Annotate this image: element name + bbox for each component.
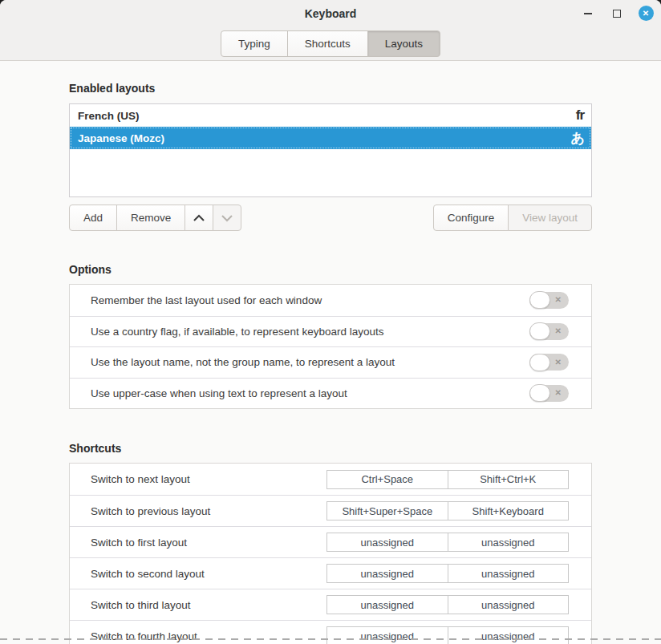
minimize-button[interactable] xyxy=(579,5,597,22)
option-label: Use the layout name, not the group name,… xyxy=(91,356,395,368)
titlebar[interactable]: Keyboard ✕ xyxy=(0,0,661,26)
view-layout-button[interactable]: View layout xyxy=(508,205,592,231)
keybinding-primary[interactable]: Shift+Super+Space xyxy=(327,502,448,520)
keybinding-secondary[interactable]: unassigned xyxy=(448,565,569,582)
toggle-knob xyxy=(529,291,550,309)
keybinding-primary[interactable]: unassigned xyxy=(327,596,448,614)
close-button[interactable]: ✕ xyxy=(637,5,655,22)
chevron-up-icon xyxy=(193,214,205,222)
tab-bar: Typing Shortcuts Layouts xyxy=(0,30,661,57)
enabled-layouts-heading: Enabled layouts xyxy=(69,82,592,95)
option-row: Use a country flag, if available, to rep… xyxy=(70,316,591,347)
overscroll-indicator xyxy=(0,638,661,640)
option-row: Use upper-case when using text to repres… xyxy=(70,378,591,409)
close-icon: ✕ xyxy=(639,6,654,21)
toggle-knob xyxy=(529,384,550,402)
maximize-button[interactable] xyxy=(608,5,626,22)
keybinding-secondary[interactable]: unassigned xyxy=(448,596,569,614)
shortcut-row: Switch to first layout unassigned unassi… xyxy=(70,526,591,557)
maximize-icon xyxy=(613,10,621,18)
layouts-toolbar: Add Remove Configure View layout xyxy=(69,205,592,231)
toggle-upper-case[interactable]: ✕ xyxy=(529,385,569,402)
option-label: Use a country flag, if available, to rep… xyxy=(91,326,383,338)
keybinding-pair: Shift+Super+Space Shift+Keyboard xyxy=(326,501,569,520)
keybinding-pair: unassigned unassigned xyxy=(326,533,569,552)
toggle-off-icon: ✕ xyxy=(555,358,562,367)
option-row: Use the layout name, not the group name,… xyxy=(70,346,591,378)
shortcut-row: Switch to next layout Ctrl+Space Shift+C… xyxy=(70,464,591,495)
list-edit-button-group: Add Remove xyxy=(69,205,241,231)
keybinding-primary[interactable]: unassigned xyxy=(327,627,448,644)
shortcut-row: Switch to fourth layout unassigned unass… xyxy=(70,620,591,644)
toggle-country-flag[interactable]: ✕ xyxy=(529,323,569,340)
remove-button[interactable]: Remove xyxy=(116,205,185,231)
shortcuts-heading: Shortcuts xyxy=(69,442,592,455)
tab-layouts[interactable]: Layouts xyxy=(367,30,440,57)
toggle-knob xyxy=(529,354,550,371)
keybinding-secondary[interactable]: Shift+Keyboard xyxy=(448,502,569,520)
option-row: Remember the last layout used for each w… xyxy=(70,285,591,316)
keybinding-primary[interactable]: unassigned xyxy=(327,565,448,582)
shortcut-label: Switch to next layout xyxy=(91,473,190,485)
move-down-button[interactable] xyxy=(213,205,241,231)
toggle-layout-name[interactable]: ✕ xyxy=(529,354,569,371)
keybinding-secondary[interactable]: Shift+Ctrl+K xyxy=(448,471,569,488)
layout-indicator-ja: あ xyxy=(571,129,584,148)
shortcut-label: Switch to second layout xyxy=(91,568,205,580)
window-controls: ✕ xyxy=(579,0,655,26)
configure-button[interactable]: Configure xyxy=(433,205,509,231)
layout-name: Japanese (Mozc) xyxy=(78,132,164,144)
toggle-knob xyxy=(529,322,550,340)
option-label: Use upper-case when using text to repres… xyxy=(91,387,347,399)
chevron-down-icon xyxy=(221,214,233,222)
tab-typing[interactable]: Typing xyxy=(221,30,288,57)
shortcut-row: Switch to previous layout Shift+Super+Sp… xyxy=(70,495,591,526)
tab-shortcuts[interactable]: Shortcuts xyxy=(287,30,368,57)
enabled-layouts-list[interactable]: French (US) fr Japanese (Mozc) あ xyxy=(69,103,592,197)
window-header: Keyboard ✕ Typing Shortcuts Layouts xyxy=(0,0,661,61)
keybinding-pair: Ctrl+Space Shift+Ctrl+K xyxy=(326,470,569,489)
layout-name: French (US) xyxy=(78,110,140,122)
layout-row-french[interactable]: French (US) fr xyxy=(70,104,591,127)
keybinding-secondary[interactable]: unassigned xyxy=(448,533,569,551)
options-card: Remember the last layout used for each w… xyxy=(69,284,592,409)
window-title: Keyboard xyxy=(0,0,661,26)
keybinding-primary[interactable]: unassigned xyxy=(327,533,448,551)
layout-row-japanese[interactable]: Japanese (Mozc) あ xyxy=(70,127,591,149)
shortcut-label: Switch to third layout xyxy=(91,599,191,611)
keybinding-secondary[interactable]: unassigned xyxy=(448,627,569,644)
toggle-off-icon: ✕ xyxy=(555,296,562,305)
toggle-remember-layout[interactable]: ✕ xyxy=(529,292,569,309)
option-label: Remember the last layout used for each w… xyxy=(91,294,322,306)
keybinding-pair: unassigned unassigned xyxy=(326,595,569,614)
shortcut-label: Switch to previous layout xyxy=(91,505,210,517)
keybinding-pair: unassigned unassigned xyxy=(326,626,569,644)
shortcut-label: Switch to first layout xyxy=(91,537,187,549)
shortcut-row: Switch to third layout unassigned unassi… xyxy=(70,589,591,620)
move-up-button[interactable] xyxy=(185,205,213,231)
add-button[interactable]: Add xyxy=(69,205,117,231)
shortcut-row: Switch to second layout unassigned unass… xyxy=(70,557,591,589)
keybinding-pair: unassigned unassigned xyxy=(326,564,569,583)
keybinding-primary[interactable]: Ctrl+Space xyxy=(327,471,448,488)
toggle-off-icon: ✕ xyxy=(555,389,562,398)
keyboard-settings-window: Keyboard ✕ Typing Shortcuts Layouts Enab… xyxy=(0,0,661,644)
shortcut-label: Switch to fourth layout xyxy=(91,630,197,642)
toggle-off-icon: ✕ xyxy=(555,327,562,336)
options-heading: Options xyxy=(69,263,592,276)
shortcuts-card: Switch to next layout Ctrl+Space Shift+C… xyxy=(69,463,592,644)
layout-action-button-group: Configure View layout xyxy=(433,205,592,231)
minimize-icon xyxy=(584,13,592,14)
layout-indicator-fr: fr xyxy=(576,107,584,124)
layouts-page: Enabled layouts French (US) fr Japanese … xyxy=(69,62,592,644)
